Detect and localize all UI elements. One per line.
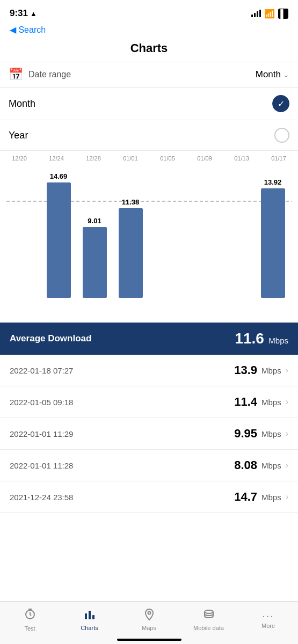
tab-bar: Test Charts Maps Mobile (0, 601, 298, 644)
avg-title: Average Download (10, 333, 91, 344)
data-row-0[interactable]: 2022-01-18 07:27 13.9 Mbps › (0, 355, 298, 386)
row-value-0: 13.9 (234, 363, 257, 377)
period-year-label: Year (9, 130, 28, 141)
x-label-3: 01/01 (120, 155, 141, 162)
row-unit-2: Mbps (261, 429, 281, 438)
row-unit-1: Mbps (261, 398, 281, 407)
year-radio-icon (274, 128, 289, 143)
chart-svg-container: 14.69 9.01 11.38 13.92 (0, 164, 298, 298)
row-timestamp-1: 2022-01-05 09:18 (10, 398, 73, 407)
svg-rect-4 (92, 615, 95, 619)
date-range-bar[interactable]: 📅 Date range Month ⌄ (0, 62, 298, 87)
row-chevron-1: › (286, 397, 288, 407)
row-chevron-3: › (286, 460, 288, 470)
row-timestamp-4: 2021-12-24 23:58 (10, 493, 73, 502)
row-value-2: 9.95 (234, 427, 257, 441)
tab-charts[interactable]: Charts (60, 608, 119, 631)
mobile-data-icon (202, 608, 215, 623)
x-label-4: 01/05 (157, 155, 178, 162)
chart-x-axis: 12/20 12/24 12/28 01/01 01/05 01/09 01/1… (0, 155, 298, 162)
tab-more[interactable]: ··· More (238, 610, 298, 629)
date-range-label: Date range (28, 70, 71, 79)
row-value-1: 11.4 (234, 395, 257, 409)
period-month[interactable]: Month ✓ (0, 87, 298, 120)
back-button[interactable]: ◀ Search (10, 25, 46, 35)
average-banner: Average Download 11.6 Mbps (0, 323, 298, 355)
bar-0117 (261, 188, 285, 298)
row-value-4: 14.7 (234, 490, 257, 504)
row-unit-3: Mbps (261, 461, 281, 470)
date-range-selected: Month (256, 69, 281, 80)
calendar-icon: 📅 (9, 68, 23, 82)
data-row-2[interactable]: 2022-01-01 11:29 9.95 Mbps › (0, 418, 298, 450)
svg-rect-2 (85, 613, 87, 619)
row-right-4: 14.7 Mbps › (234, 490, 288, 504)
battery-icon: ▌ (278, 9, 288, 19)
svg-point-6 (205, 610, 213, 613)
wifi-icon: 📶 (264, 9, 275, 19)
svg-rect-3 (89, 611, 91, 619)
date-range-left: 📅 Date range (9, 68, 71, 82)
row-right-1: 11.4 Mbps › (234, 395, 288, 409)
row-unit-0: Mbps (261, 366, 281, 375)
nav-bar: ◀ Search (0, 24, 298, 39)
chart-area: 12/20 12/24 12/28 01/01 01/05 01/09 01/1… (0, 151, 298, 323)
period-year[interactable]: Year (0, 120, 298, 151)
row-right-3: 8.08 Mbps › (234, 458, 288, 472)
tab-maps-label: Maps (142, 625, 156, 631)
bar-0101 (119, 208, 143, 298)
svg-point-5 (148, 612, 150, 614)
row-chevron-4: › (286, 492, 288, 502)
x-label-6: 01/13 (231, 155, 252, 162)
row-value-3: 8.08 (234, 458, 257, 472)
test-icon (24, 608, 37, 624)
month-check-icon: ✓ (272, 95, 289, 112)
data-list: 2022-01-18 07:27 13.9 Mbps › 2022-01-05 … (0, 355, 298, 513)
row-timestamp-2: 2022-01-01 11:29 (10, 429, 73, 438)
row-chevron-0: › (286, 365, 288, 375)
chevron-down-icon: ⌄ (283, 70, 289, 79)
status-time: 9:31 (10, 8, 28, 19)
tab-charts-label: Charts (81, 625, 98, 631)
x-label-5: 01/09 (194, 155, 215, 162)
bar-1228 (83, 227, 107, 298)
tab-maps[interactable]: Maps (119, 608, 179, 631)
page-title: Charts (0, 39, 298, 62)
bar-label-0117: 13.92 (264, 178, 282, 186)
data-row-4[interactable]: 2021-12-24 23:58 14.7 Mbps › (0, 481, 298, 513)
chart-svg: 14.69 9.01 11.38 13.92 (6, 164, 292, 298)
tab-test-label: Test (24, 625, 35, 632)
period-month-label: Month (9, 98, 35, 109)
avg-unit: Mbps (268, 336, 288, 345)
row-unit-4: Mbps (261, 493, 281, 502)
tab-test[interactable]: Test (0, 608, 60, 632)
row-right-2: 9.95 Mbps › (234, 427, 288, 441)
avg-value: 11.6 (235, 330, 264, 347)
charts-icon (83, 608, 96, 623)
row-right-0: 13.9 Mbps › (234, 363, 288, 377)
tab-mobile-data-label: Mobile data (193, 625, 224, 631)
avg-value-group: 11.6 Mbps (235, 330, 288, 347)
status-icons: 📶 ▌ (251, 9, 288, 19)
location-icon: ▲ (30, 10, 37, 18)
bar-label-0101: 11.38 (122, 198, 140, 206)
tab-more-label: More (261, 623, 275, 629)
row-timestamp-3: 2022-01-01 11:28 (10, 461, 73, 470)
more-icon: ··· (262, 610, 274, 621)
tab-mobile-data[interactable]: Mobile data (179, 608, 238, 631)
row-chevron-2: › (286, 429, 288, 438)
bar-1224 (47, 182, 71, 298)
maps-icon (143, 608, 156, 623)
data-row-1[interactable]: 2022-01-05 09:18 11.4 Mbps › (0, 386, 298, 418)
x-label-2: 12/28 (83, 155, 104, 162)
x-label-1: 12/24 (46, 155, 67, 162)
row-timestamp-0: 2022-01-18 07:27 (10, 366, 73, 375)
date-range-selector[interactable]: Month ⌄ (256, 69, 289, 80)
x-label-7: 01/17 (268, 155, 289, 162)
data-row-3[interactable]: 2022-01-01 11:28 8.08 Mbps › (0, 450, 298, 481)
bar-label-1228: 9.01 (88, 217, 101, 225)
x-label-0: 12/20 (9, 155, 30, 162)
home-indicator (117, 639, 181, 641)
signal-icon (251, 10, 261, 17)
status-bar: 9:31 ▲ 📶 ▌ (0, 0, 298, 24)
